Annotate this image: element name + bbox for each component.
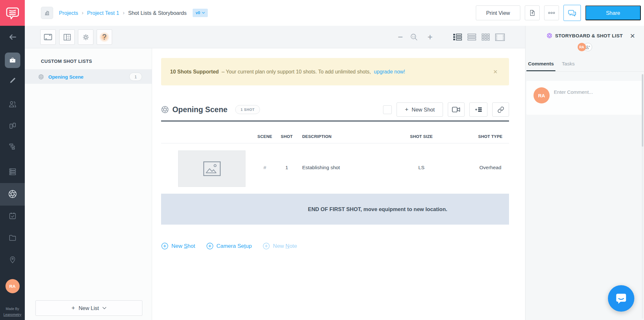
- more-ellipsis-icon: [548, 12, 555, 14]
- columns-settings-button[interactable]: [59, 29, 75, 45]
- banner-text: 10 Shots Supported – Your current plan o…: [170, 69, 405, 75]
- more-options-button[interactable]: [544, 5, 559, 20]
- view-rows-button[interactable]: [467, 34, 476, 41]
- col-header-description: DESCRIPTION: [302, 134, 332, 139]
- shot-row[interactable]: # 1 Establishing shot LS Overhead: [161, 143, 509, 194]
- banner-close-icon[interactable]: ×: [493, 68, 497, 76]
- close-icon[interactable]: ×: [630, 32, 635, 40]
- gear-icon: [82, 34, 90, 41]
- help-button[interactable]: ?: [97, 29, 112, 45]
- panel-title: CUSTOM SHOT LISTS: [25, 48, 152, 70]
- tab-tasks[interactable]: Tasks: [562, 61, 575, 71]
- note-text: END OF FIRST SHOT, move equipment to new…: [246, 206, 509, 212]
- support-chat-button[interactable]: [608, 285, 634, 312]
- breadcrumb-project-link[interactable]: Project Test 1: [87, 10, 119, 16]
- kanban-columns-icon: [8, 122, 16, 130]
- collapse-back-icon[interactable]: [8, 33, 17, 41]
- users-icon: [8, 101, 17, 108]
- link-label: New Shot: [171, 243, 195, 249]
- sidebar-item-shot-lists[interactable]: [8, 190, 17, 199]
- new-note-link[interactable]: New Note: [263, 242, 297, 250]
- project-home-button[interactable]: [41, 7, 53, 19]
- circle-plus-icon: [206, 242, 214, 250]
- comment-input[interactable]: RA Enter Comment...: [526, 81, 643, 115]
- tab-comments[interactable]: Comments: [528, 61, 554, 71]
- chevron-down-icon: [102, 307, 106, 309]
- sidebar-item-files[interactable]: [8, 235, 16, 241]
- cell-description[interactable]: Establishing shot: [302, 165, 340, 170]
- sidebar-item-locations[interactable]: [9, 255, 16, 264]
- shot-list-content: 10 Shots Supported – Your current plan o…: [152, 48, 525, 320]
- select-all-checkbox[interactable]: [383, 105, 392, 114]
- sidebar-item-shooting-schedule[interactable]: [8, 122, 16, 130]
- new-shot-label: New Shot: [412, 107, 435, 113]
- add-note-icon: [475, 106, 482, 113]
- banner-body: – Your current plan only support 10 shot…: [222, 69, 371, 74]
- plus-icon: +: [72, 305, 75, 312]
- sidebar-item-contacts[interactable]: [8, 101, 17, 108]
- print-view-button[interactable]: Print View: [476, 5, 520, 20]
- aspect-ratio-button[interactable]: [40, 29, 56, 45]
- new-shot-button[interactable]: + New Shot: [397, 102, 443, 117]
- view-filmstrip-button[interactable]: [495, 34, 505, 41]
- new-list-button[interactable]: + New List: [35, 300, 142, 316]
- add-note-button[interactable]: [469, 102, 487, 117]
- scrollbar-thumb[interactable]: [642, 74, 643, 147]
- add-person-icon: [585, 45, 590, 50]
- avatar: RA: [533, 87, 550, 103]
- avatar[interactable]: RA: [578, 43, 586, 51]
- image-placeholder-icon: [203, 161, 221, 176]
- export-button[interactable]: [525, 5, 540, 20]
- shot-thumbnail-placeholder[interactable]: [178, 150, 245, 187]
- made-by-credit: Made By Leanometry: [0, 306, 25, 317]
- cell-scene[interactable]: #: [264, 165, 266, 170]
- sidebar-item-write[interactable]: [9, 77, 16, 84]
- new-shot-link[interactable]: New Shot: [161, 242, 195, 250]
- sidebar-item-breakdowns[interactable]: [8, 168, 16, 176]
- shot-table-header: SCENE SHOT DESCRIPTION SHOT SIZE SHOT TY…: [161, 121, 509, 143]
- sidebar-item-call-sheets[interactable]: [8, 212, 16, 220]
- link-label: New Note: [273, 243, 297, 249]
- panel-avatars: RA: [525, 43, 644, 51]
- share-link-button[interactable]: [492, 102, 509, 117]
- add-actions-row: New Shot Camera Setup New Note: [161, 242, 509, 250]
- zoom-reset-button[interactable]: 1:1: [410, 26, 418, 48]
- sidebar-item-projects[interactable]: [5, 53, 20, 68]
- cell-shot-size[interactable]: LS: [418, 165, 425, 170]
- sidebar-item-calendar-gantt[interactable]: [8, 143, 16, 150]
- breadcrumb-projects-link[interactable]: Projects: [59, 10, 78, 16]
- shot-count-badge: 1: [129, 73, 142, 81]
- panel-tabs: Comments Tasks: [525, 61, 644, 71]
- comments-panel-title: STORYBOARD & SHOT LIST: [555, 33, 623, 38]
- panel-scrollbar[interactable]: [642, 74, 643, 319]
- cell-shot-type[interactable]: Overhead: [479, 165, 501, 170]
- zoom-in-button[interactable]: +: [428, 26, 433, 48]
- upgrade-link[interactable]: upgrade now!: [374, 69, 405, 74]
- comments-toggle-button[interactable]: [563, 5, 581, 21]
- camera-setup-button[interactable]: [448, 102, 465, 117]
- version-dropdown[interactable]: v0: [193, 9, 208, 17]
- breadcrumb-separator: ›: [123, 10, 125, 16]
- view-list-thumbs-button[interactable]: [453, 34, 462, 41]
- app-logo[interactable]: [0, 0, 25, 26]
- settings-button[interactable]: [78, 29, 93, 45]
- camera-setup-link[interactable]: Camera Setup: [206, 242, 252, 250]
- user-avatar[interactable]: RA: [5, 279, 20, 293]
- leanometry-link[interactable]: Leanometry: [0, 312, 25, 317]
- aperture-icon: [38, 74, 44, 80]
- zoom-out-button[interactable]: −: [398, 26, 403, 48]
- shot-note-band[interactable]: END OF FIRST SHOT, move equipment to new…: [161, 194, 509, 225]
- magnifier-icon: 1:1: [410, 33, 418, 41]
- cell-shot-number[interactable]: 1: [285, 165, 288, 170]
- aperture-icon: [8, 190, 17, 199]
- link-icon: [497, 106, 504, 113]
- calendar-check-icon: [8, 212, 16, 220]
- scene-title[interactable]: Opening Scene: [172, 105, 227, 114]
- main-sidebar: RA Made By Leanometry: [0, 26, 25, 320]
- col-header-shot: SHOT: [281, 134, 293, 139]
- view-grid-button[interactable]: [482, 34, 490, 41]
- share-button[interactable]: Share: [585, 5, 641, 20]
- list-item-opening-scene[interactable]: Opening Scene 1: [25, 70, 152, 84]
- scene-section-header: Opening Scene 1 SHOT + New Shot: [161, 102, 509, 117]
- list-item-label: Opening Scene: [48, 74, 83, 80]
